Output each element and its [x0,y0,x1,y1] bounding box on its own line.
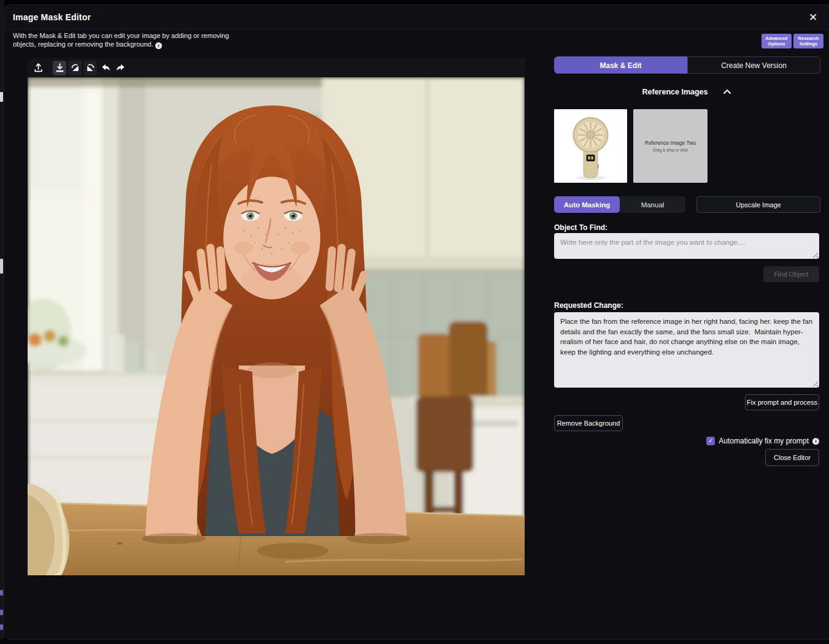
reference-images-header: Reference Images [554,86,820,98]
tab-create-new-version[interactable]: Create New Version [687,56,820,74]
canvas-image[interactable] [28,77,525,575]
remove-background-button[interactable]: Remove Background [554,415,623,431]
rotate-left-icon[interactable] [68,61,82,75]
background-bottom-strip [0,639,829,644]
background-fragment [0,590,3,596]
upscale-image-button[interactable]: Upscale Image [696,196,820,213]
research-settings-button[interactable]: Research Settings [793,34,823,48]
masking-mode-segmented: Auto Masking Manual [554,196,685,213]
canvas-toolbar [28,58,525,77]
reference-images-title: Reference Images [642,88,708,96]
auto-fix-label: Automatically fix my prompt [719,437,809,445]
background-fragment [0,92,3,102]
manual-masking-button[interactable]: Manual [620,196,685,213]
background-fragment [0,624,3,630]
object-to-find-label: Object To Find: [554,223,607,232]
header-buttons: Advanced Options Research Settings [762,34,823,48]
fix-prompt-button[interactable]: Fix prompt and process [745,394,819,410]
object-to-find-input[interactable] [554,233,819,259]
download-icon[interactable] [53,61,66,75]
requested-change-input[interactable]: Place the fan from the reference image i… [554,312,819,388]
redo-icon[interactable] [114,61,128,75]
panel-tabs: Mask & Edit Create New Version [554,56,820,74]
photo-woman-portrait [28,77,525,575]
info-icon[interactable]: i [155,42,162,49]
advanced-options-button[interactable]: Advanced Options [762,34,792,48]
auto-fix-checkbox[interactable]: ✓ [706,437,715,445]
undo-icon[interactable] [99,61,112,75]
masking-controls: Auto Masking Manual Upscale Image [554,196,820,213]
page-root: Image Mask Editor ✕ With the Mask & Edit… [0,0,829,644]
rotate-right-icon[interactable] [83,61,97,75]
background-fragment [0,610,3,615]
reference-thumbnails: Reference Image Two Drag & drop or click [554,109,708,183]
find-object-button[interactable]: Find Object [763,266,819,282]
reference-image-one[interactable] [554,109,627,183]
chevron-up-icon[interactable] [722,86,733,98]
dropzone-title: Reference Image Two [645,140,696,146]
reference-image-two-dropzone[interactable]: Reference Image Two Drag & drop or click [633,109,708,183]
image-mask-editor-modal: Image Mask Editor ✕ With the Mask & Edit… [4,5,829,639]
info-icon[interactable]: i [812,438,819,445]
upload-icon[interactable] [31,61,45,75]
edit-panel: Mask & Edit Create New Version Reference… [554,56,820,498]
intro-text: With the Mask & Edit tab you can edit yo… [13,32,253,49]
modal-title: Image Mask Editor [13,12,91,22]
close-icon[interactable]: ✕ [805,10,821,26]
dropzone-subtitle: Drag & drop or click [653,148,688,152]
background-page-edge [0,0,4,644]
fan-image [554,109,627,183]
auto-fix-prompt-row: ✓ Automatically fix my prompt i [706,437,819,445]
intro-text-body: With the Mask & Edit tab you can edit yo… [13,32,229,48]
modal-header: Image Mask Editor ✕ [4,5,829,29]
requested-change-label: Requested Change: [554,301,623,310]
close-editor-button[interactable]: Close Editor [765,449,819,466]
background-fragment [0,259,3,274]
tab-mask-and-edit[interactable]: Mask & Edit [554,56,687,74]
auto-masking-button[interactable]: Auto Masking [554,196,620,213]
